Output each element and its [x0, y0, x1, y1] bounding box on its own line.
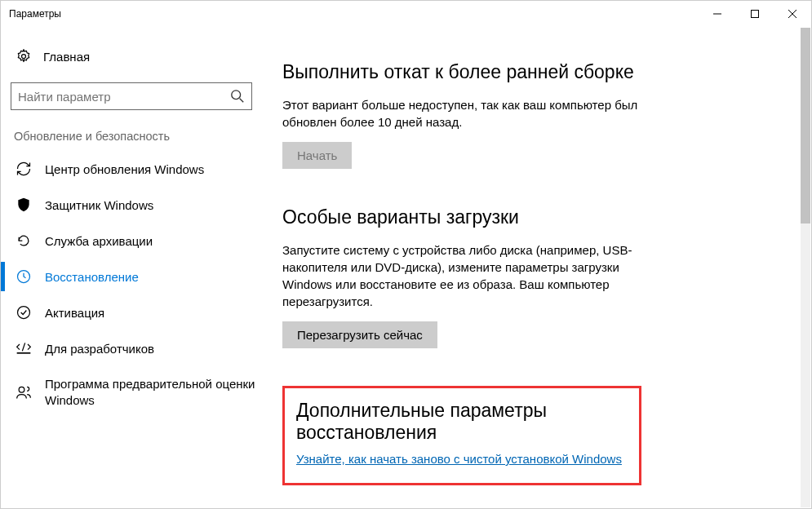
sidebar-item-defender[interactable]: Защитник Windows — [11, 187, 274, 223]
nav-group-header: Обновление и безопасность — [11, 126, 274, 151]
svg-point-11 — [19, 387, 24, 392]
recovery-icon — [16, 268, 32, 285]
home-label: Главная — [43, 50, 90, 64]
home-nav[interactable]: Главная — [11, 43, 274, 69]
gear-icon — [16, 48, 32, 64]
window-controls — [699, 1, 811, 27]
shield-icon — [16, 197, 32, 213]
section-title: Выполнить откат к более ранней сборке — [282, 61, 779, 83]
sync-icon — [16, 161, 32, 177]
sidebar-item-label: Для разработчиков — [45, 342, 154, 356]
sidebar-item-activation[interactable]: Активация — [11, 294, 274, 330]
vertical-scrollbar[interactable] — [801, 28, 810, 507]
svg-line-6 — [240, 99, 244, 103]
section-more-recovery: Дополнительные параметры восстановления … — [282, 386, 641, 485]
scrollbar-thumb[interactable] — [801, 28, 810, 224]
sidebar-item-windows-update[interactable]: Центр обновления Windows — [11, 151, 274, 187]
section-text: Запустите систему с устройства либо диск… — [282, 241, 641, 310]
svg-point-8 — [18, 307, 30, 319]
sidebar-item-label: Служба архивации — [45, 234, 153, 248]
sidebar-item-recovery[interactable]: Восстановление — [11, 259, 274, 294]
sidebar-item-label: Программа предварительной оценки Windows — [45, 376, 269, 408]
sidebar-item-label: Центр обновления Windows — [45, 162, 204, 176]
rollback-start-button: Начать — [282, 142, 352, 169]
svg-rect-9 — [17, 352, 31, 354]
backup-icon — [16, 232, 32, 249]
svg-point-4 — [22, 55, 26, 59]
sidebar-item-label: Защитник Windows — [45, 198, 153, 212]
window-title: Параметры — [9, 8, 61, 20]
insider-icon — [16, 384, 32, 401]
sidebar-item-insider[interactable]: Программа предварительной оценки Windows — [11, 366, 274, 418]
svg-point-5 — [232, 91, 241, 100]
search-input[interactable] — [18, 90, 230, 104]
section-text: Этот вариант больше недоступен, так как … — [282, 96, 641, 131]
search-icon — [230, 89, 245, 104]
svg-rect-1 — [752, 11, 759, 18]
close-button[interactable] — [774, 1, 811, 27]
section-title: Особые варианты загрузки — [282, 206, 779, 228]
search-box[interactable] — [11, 82, 252, 110]
fresh-start-link[interactable]: Узнайте, как начать заново с чистой уста… — [296, 452, 622, 466]
svg-line-10 — [22, 343, 24, 351]
restart-now-button[interactable]: Перезагрузить сейчас — [282, 321, 437, 348]
titlebar: Параметры — [1, 1, 811, 27]
sidebar-item-developers[interactable]: Для разработчиков — [11, 330, 274, 366]
maximize-button[interactable] — [736, 1, 774, 27]
activation-icon — [16, 304, 32, 321]
sidebar-item-backup[interactable]: Служба архивации — [11, 223, 274, 259]
content-pane: Выполнить откат к более ранней сборке Эт… — [274, 27, 811, 508]
sidebar-item-label: Восстановление — [45, 270, 139, 284]
sidebar: Главная Обновление и безопасность — [1, 27, 274, 508]
section-rollback: Выполнить откат к более ранней сборке Эт… — [282, 61, 779, 169]
minimize-button[interactable] — [699, 1, 736, 27]
sidebar-item-label: Активация — [45, 306, 104, 320]
section-title: Дополнительные параметры восстановления — [296, 400, 628, 444]
section-advanced-startup: Особые варианты загрузки Запустите систе… — [282, 206, 779, 348]
developers-icon — [16, 340, 32, 356]
